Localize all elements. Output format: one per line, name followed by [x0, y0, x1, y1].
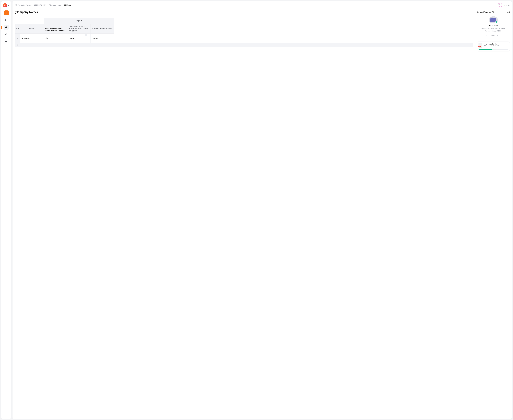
nav-expand-item[interactable] [4, 18, 9, 22]
supported-files-label: Supported files: PDF, Docs, XLS, PNG, [481, 28, 506, 29]
panel-title: Attach Example File [477, 11, 495, 13]
upload-progress [479, 49, 508, 50]
upload-file-meta: PDF · 1.2 MB · 3 sec left [483, 45, 508, 46]
folder-icon: + [489, 16, 498, 23]
svg-point-1 [10, 26, 10, 27]
attach-file-button[interactable]: Attach File [487, 34, 500, 38]
nav-projects-item[interactable] [4, 25, 9, 30]
divider [15, 16, 473, 16]
column-header: ○○○ Batch Support Including Invoice, Rec… [44, 24, 67, 34]
column-group-header: Request [44, 18, 114, 24]
create-button[interactable] [4, 10, 9, 15]
cell-value: N/A [45, 37, 48, 39]
column-header: ○○○ Audit trail from dynamics showing su… [67, 24, 91, 34]
table-cell[interactable]: ○○○ N/A [44, 34, 67, 43]
column-header-label: Batch Support Including Invoice, Receipt… [45, 28, 66, 32]
attach-panel: Attach Example File + Attach file Suppor… [475, 9, 512, 419]
attach-file-button-label: Attach File [491, 35, 498, 37]
plus-badge-icon: + [495, 21, 498, 23]
viewers: SO SO Viewing [496, 3, 510, 7]
svg-point-5 [6, 35, 7, 35]
viewing-label: Viewing [504, 4, 510, 6]
page-title: (Company Name) [15, 9, 473, 16]
table-cell[interactable]: 3 ○○○ Pending [67, 34, 91, 43]
chevron-right-icon [32, 4, 33, 5]
cell-value: Pending [69, 37, 74, 39]
upload-file-name: FC process Invoice [483, 43, 508, 45]
nav-archive-item[interactable] [4, 32, 9, 37]
cell-value: Pending [92, 37, 98, 39]
svg-point-2 [10, 27, 10, 28]
app-logo[interactable] [3, 3, 7, 8]
column-header-sn: S/N [15, 24, 20, 34]
column-header: Supporting reconciliation report, showin… [91, 24, 114, 34]
nav-projects-more-icon[interactable] [10, 26, 10, 28]
max-size-label: Maximum file size: 50 MB [485, 30, 502, 32]
breadcrumb-link[interactable]: Accessible Projects [18, 4, 31, 6]
add-row[interactable] [15, 43, 473, 47]
avatar[interactable]: SO [500, 3, 503, 7]
file-thumb-icon: PDF [479, 43, 482, 48]
attach-title: Attach file [489, 24, 498, 26]
column-more-icon[interactable]: ○○○ [87, 24, 89, 26]
expand-sidebar-icon[interactable] [8, 4, 10, 6]
upload-card: PDF FC process Invoice PDF · 1.2 MB · 3 … [477, 42, 510, 51]
main-card: Accessible Projects 2024 ICFR_SOX FS clo… [13, 1, 512, 419]
cell-more-icon[interactable]: ○○○ [63, 34, 66, 36]
nav-storage-item[interactable] [4, 39, 9, 44]
breadcrumb: Accessible Projects 2024 ICFR_SOX FS clo… [15, 4, 71, 6]
column-header-label: Supporting reconciliation report, showin… [92, 28, 112, 30]
row-sn: 1 [15, 34, 20, 43]
svg-point-3 [10, 28, 10, 28]
svg-point-7 [6, 42, 7, 42]
cell-more-icon[interactable]: ○○○ [87, 34, 89, 36]
cancel-upload-button[interactable] [506, 43, 508, 45]
chevron-right-icon [62, 4, 63, 5]
column-header-label: Audit trail from dynamics showing submis… [69, 25, 89, 32]
breadcrumb-current: OE Phase [64, 4, 71, 6]
pdf-badge: PDF [478, 46, 481, 47]
spacer [15, 18, 20, 24]
row-sample[interactable]: JE sample 1 [20, 34, 44, 43]
column-more-icon[interactable]: ○○○ [63, 24, 66, 26]
upload-dropzone[interactable]: + Attach file Supported files: PDF, Docs… [477, 16, 510, 40]
column-header-sample: Sample [20, 24, 44, 34]
sidebar [1, 1, 11, 419]
table-cell[interactable]: Pending [91, 34, 114, 43]
spacer [20, 18, 44, 24]
attachment-count-badge[interactable]: 3 [85, 34, 87, 36]
request-table: Request S/N Sample ○○○ Batch Support Inc… [15, 18, 473, 47]
breadcrumb-link[interactable]: FS close process [49, 4, 61, 6]
plus-circle-icon [16, 44, 19, 46]
breadcrumb-link[interactable]: 2024 ICFR_SOX [34, 4, 46, 6]
chevron-right-icon [47, 4, 48, 5]
file-icon [15, 4, 17, 6]
svg-point-0 [5, 19, 7, 21]
topbar: Accessible Projects 2024 ICFR_SOX FS clo… [13, 1, 512, 9]
close-panel-button[interactable] [507, 11, 510, 13]
